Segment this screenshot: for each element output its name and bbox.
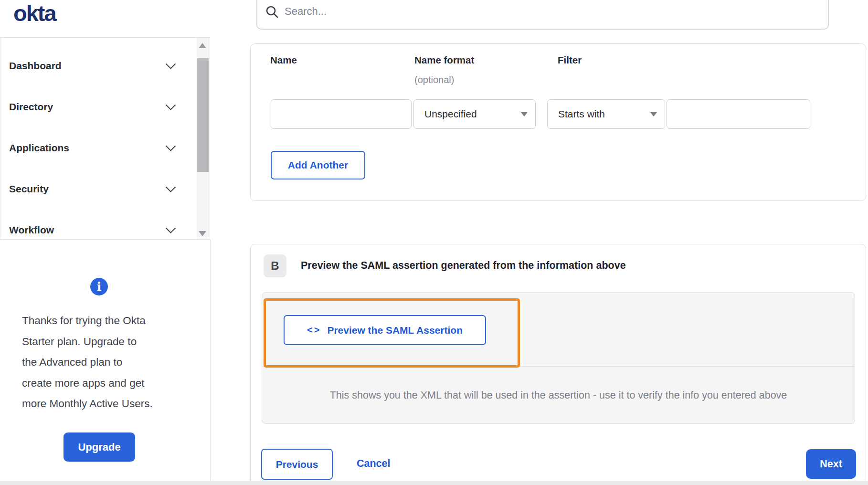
sidebar-item-directory[interactable]: Directory	[9, 97, 174, 116]
okta-logo: okta	[13, 0, 56, 26]
sidebar-divider	[210, 240, 211, 481]
sidebar-item-label: Workflow	[9, 224, 54, 236]
sidebar-item-workflow[interactable]: Workflow	[9, 221, 174, 240]
upgrade-message-line: the Advanced plan to	[22, 352, 188, 373]
scroll-up-arrow-icon[interactable]	[199, 43, 206, 48]
global-search-input[interactable]: Search...	[256, 0, 829, 30]
upgrade-button[interactable]: Upgrade	[64, 432, 135, 462]
previous-button[interactable]: Previous	[261, 449, 333, 480]
sidebar-item-label: Security	[9, 183, 49, 195]
preview-button-label: Preview the SAML Assertion	[327, 325, 463, 336]
preview-saml-assertion-button[interactable]: <> Preview the SAML Assertion	[284, 315, 486, 345]
dropdown-arrow-icon	[650, 112, 657, 116]
sidebar-nav-panel: Dashboard Directory Applications Securit…	[0, 37, 210, 240]
filter-column-label: Filter	[558, 54, 582, 66]
add-another-button[interactable]: Add Another	[271, 151, 365, 179]
name-format-selected-value: Unspecified	[424, 108, 477, 120]
preview-note-text: This shows you the XML that will be used…	[330, 390, 787, 401]
horizontal-scrollbar[interactable]	[0, 481, 868, 485]
name-format-optional-label: (optional)	[414, 74, 454, 85]
info-icon: i	[90, 278, 108, 295]
filter-value-input[interactable]	[667, 99, 810, 129]
upgrade-message-line: Starter plan. Upgrade to	[22, 331, 188, 352]
okta-admin-wizard-screen: okta Search... Dashboard Directory Appli…	[0, 0, 868, 485]
sidebar-scrollbar-thumb[interactable]	[197, 58, 209, 172]
name-format-column-label: Name format	[414, 54, 474, 66]
chevron-down-icon	[166, 182, 176, 192]
name-format-select[interactable]: Unspecified	[413, 99, 536, 129]
upgrade-message-line: more Monthly Active Users.	[22, 393, 188, 414]
sidebar-item-dashboard[interactable]: Dashboard	[9, 56, 174, 75]
sidebar-item-label: Dashboard	[9, 60, 62, 72]
search-icon	[265, 5, 278, 18]
attribute-name-input[interactable]	[271, 99, 412, 129]
next-button[interactable]: Next	[806, 449, 856, 479]
upgrade-message: Thanks for trying the Okta Starter plan.…	[22, 310, 188, 414]
chevron-down-icon	[166, 100, 176, 110]
chevron-down-icon	[166, 223, 176, 233]
chevron-down-icon	[166, 59, 176, 69]
chevron-down-icon	[166, 141, 176, 151]
filter-type-select[interactable]: Starts with	[547, 99, 665, 129]
sidebar-item-applications[interactable]: Applications	[9, 138, 174, 158]
upgrade-message-line: create more apps and get	[22, 373, 188, 394]
sidebar-item-label: Directory	[9, 101, 53, 113]
name-column-label: Name	[270, 54, 297, 66]
dropdown-arrow-icon	[521, 112, 528, 116]
sidebar-item-security[interactable]: Security	[9, 179, 174, 199]
filter-type-selected-value: Starts with	[558, 108, 605, 120]
preview-note-section: This shows you the XML that will be used…	[262, 367, 855, 424]
search-placeholder: Search...	[285, 5, 327, 18]
upgrade-message-line: Thanks for trying the Okta	[22, 310, 188, 331]
code-brackets-icon: <>	[307, 325, 321, 336]
section-b-badge: B	[264, 254, 286, 277]
cancel-link[interactable]: Cancel	[357, 458, 391, 470]
scroll-down-arrow-icon[interactable]	[199, 231, 206, 236]
sidebar-item-label: Applications	[9, 142, 69, 154]
section-b-title: Preview the SAML assertion generated fro…	[301, 260, 626, 272]
